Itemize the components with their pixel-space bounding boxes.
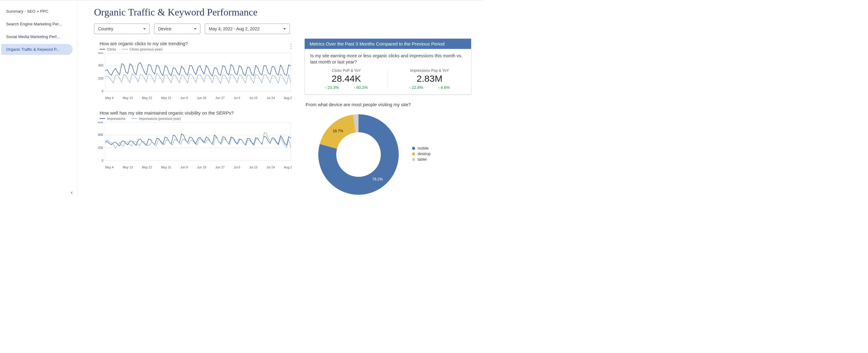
main-content: Organic Traffic & Keyword Performance Co…	[78, 0, 483, 198]
legend-impr-current: Impressions	[107, 117, 125, 120]
legend-clicks-previous: Clicks (previous year)	[130, 48, 162, 51]
country-filter[interactable]: Country	[94, 24, 150, 34]
impressions-chart-title: How well has my site maintained organic …	[100, 110, 292, 116]
metric-impressions-yoy: 4.6%	[438, 85, 450, 90]
legend-mobile: mobile	[417, 146, 428, 150]
more-options-icon[interactable]: ⋮	[288, 43, 294, 50]
clicks-line-chart: 6004002000	[94, 52, 292, 96]
sidebar: Summary - SEO + PPC Search Engine Market…	[0, 0, 78, 198]
country-filter-label: Country	[98, 26, 113, 31]
legend-clicks-current: Clicks	[107, 48, 116, 51]
sidebar-item-summary[interactable]: Summary - SEO + PPC	[1, 6, 73, 17]
clicks-x-ticks: May 4May 13May 22May 31Jun 9Jun 18Jun 27…	[94, 96, 292, 100]
svg-text:20K: 20K	[98, 146, 103, 150]
svg-text:60K: 60K	[98, 122, 103, 124]
daterange-filter[interactable]: May 4, 2022 - Aug 2, 2022	[205, 24, 290, 34]
svg-text:79.2%: 79.2%	[372, 177, 383, 181]
collapse-sidebar-icon[interactable]: ‹	[71, 189, 73, 196]
metric-clicks-yoy: 60.2%	[354, 85, 368, 90]
impressions-x-ticks: May 4May 13May 22May 31Jun 9Jun 18Jun 27…	[94, 165, 292, 169]
metric-impressions: Impressions Pop & YoY 2.83M 22.8% 4.6%	[388, 68, 471, 90]
device-filter-label: Device	[158, 26, 172, 31]
metrics-card: Metrics Over the Past 3 Months Compared …	[304, 38, 471, 94]
caret-down-icon	[194, 28, 196, 30]
svg-text:0: 0	[101, 159, 103, 162]
metric-impressions-pop: 22.8%	[409, 85, 423, 90]
caret-down-icon	[143, 28, 146, 30]
impressions-line-chart: 60K40K20K0	[94, 122, 292, 165]
metric-impressions-value: 2.83M	[417, 73, 442, 84]
page-title: Organic Traffic & Keyword Performance	[94, 6, 471, 18]
svg-text:600: 600	[98, 52, 103, 55]
impressions-chart-legend: Impressions Impressions (previous year)	[100, 117, 292, 120]
svg-text:40K: 40K	[98, 133, 103, 137]
caret-down-icon	[283, 28, 286, 30]
metric-clicks-pop: 23.3%	[325, 85, 339, 90]
metric-impressions-label: Impressions Pop & YoY	[410, 68, 449, 73]
device-filter[interactable]: Device	[154, 24, 200, 34]
legend-tablet: tablet	[417, 157, 427, 161]
clicks-chart-title: How are organic clicks to my site trendi…	[100, 41, 292, 46]
device-legend: mobile desktop tablet	[412, 146, 431, 163]
legend-impr-previous: Impressions (previous year)	[139, 117, 181, 120]
daterange-filter-label: May 4, 2022 - Aug 2, 2022	[209, 26, 259, 31]
clicks-chart-legend: Clicks Clicks (previous year)	[100, 48, 292, 51]
device-donut-chart: 18.7%79.2%	[314, 110, 403, 198]
svg-text:18.7%: 18.7%	[333, 129, 343, 133]
svg-text:400: 400	[98, 64, 103, 67]
clicks-chart-card: ⋮ How are organic clicks to my site tren…	[94, 41, 292, 100]
filters-row: Country Device May 4, 2022 - Aug 2, 2022	[94, 24, 471, 34]
metric-clicks-value: 28.44K	[332, 73, 361, 84]
legend-desktop: desktop	[417, 152, 431, 156]
svg-text:0: 0	[101, 89, 103, 93]
device-chart-title: From what device are most people visitin…	[306, 102, 471, 107]
metric-clicks-label: Clicks PoP & YoY	[332, 68, 361, 73]
metrics-card-header: Metrics Over the Past 3 Months Compared …	[305, 39, 471, 49]
metric-clicks: Clicks PoP & YoY 28.44K 23.3% 60.2%	[305, 68, 388, 90]
impressions-chart-card: How well has my site maintained organic …	[94, 110, 292, 169]
sidebar-item-sem[interactable]: Search Engine Marketing Per...	[1, 19, 73, 29]
sidebar-item-organic[interactable]: Organic Traffic & Keyword P...	[1, 44, 73, 55]
sidebar-item-social[interactable]: Social Media Marketing Perf...	[1, 31, 73, 42]
svg-text:200: 200	[98, 77, 103, 80]
metrics-question: Is my site earning more or less organic …	[305, 49, 471, 66]
